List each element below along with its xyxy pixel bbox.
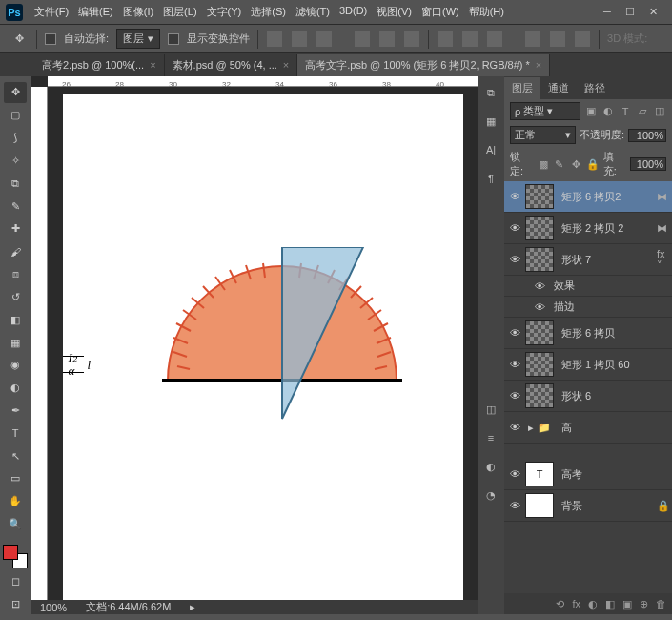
menu-file[interactable]: 文件(F) [31,3,72,21]
distribute-icon[interactable] [462,31,478,47]
minimize-button[interactable]: ─ [601,6,613,18]
layer-name[interactable]: 矩形 6 拷贝2 [558,190,653,204]
auto-select-target[interactable]: 图层▾ [116,29,160,49]
move-tool-icon[interactable]: ✥ [10,30,29,49]
align-icon[interactable] [355,31,370,47]
visibility-icon[interactable]: 👁 [508,254,521,265]
heal-tool[interactable]: ✚ [4,218,27,239]
marquee-tool[interactable]: ▢ [4,105,27,126]
history-panel-icon[interactable]: ⧉ [482,84,499,101]
visibility-icon[interactable]: 👁 [508,390,521,402]
lock-paint-icon[interactable]: ✎ [553,157,565,171]
shape-tool[interactable]: ▭ [4,468,27,489]
zoom-tool[interactable]: 🔍 [4,514,27,535]
visibility-icon[interactable]: 👁 [533,280,546,292]
distribute-icon[interactable] [525,31,540,47]
color-swatch[interactable] [3,545,28,569]
visibility-icon[interactable]: 👁 [508,327,521,339]
wand-tool[interactable]: ✧ [4,150,27,171]
distribute-icon[interactable] [550,31,565,47]
panel-icon[interactable]: ≡ [482,429,499,446]
menu-view[interactable]: 视图(V) [373,3,416,21]
layer-mask-icon[interactable]: ◐ [588,598,598,610]
visibility-icon[interactable]: 👁 [508,422,521,433]
path-tool[interactable]: ↖ [4,445,27,466]
doc-tab-0[interactable]: 高考2.psb @ 100%(...× [34,54,165,76]
distribute-icon[interactable] [487,31,502,47]
crop-tool[interactable]: ⧉ [4,173,27,194]
align-icon[interactable] [292,31,307,47]
quickmask-toggle[interactable]: ◻ [4,570,27,591]
stamp-tool[interactable]: ⧈ [4,264,27,285]
delete-layer-icon[interactable]: 🗑 [656,598,666,610]
layer-name[interactable]: 背景 [558,499,653,513]
hand-tool[interactable]: ✋ [4,491,27,512]
gradient-tool[interactable]: ▦ [4,332,27,353]
close-tab-icon[interactable]: × [283,59,289,71]
lasso-tool[interactable]: ⟆ [4,128,27,149]
layer-name[interactable]: 高考 [558,467,668,482]
close-tab-icon[interactable]: × [536,59,541,71]
align-icon[interactable] [316,31,332,47]
visibility-icon[interactable]: 👁 [533,301,546,313]
lock-move-icon[interactable]: ✥ [569,157,581,171]
brush-tool[interactable]: 🖌 [4,241,27,262]
tab-layers[interactable]: 图层 [504,77,540,99]
align-icon[interactable] [404,31,419,47]
pen-tool[interactable]: ✒ [4,401,27,422]
visibility-icon[interactable]: 👁 [508,359,521,370]
eyedropper-tool[interactable]: ✎ [4,196,27,217]
menu-filter[interactable]: 滤镜(T) [292,3,334,21]
distribute-icon[interactable] [438,31,453,47]
panel-icon[interactable]: ◔ [482,486,499,504]
layer-name[interactable]: 形状 7 [558,253,653,267]
visibility-icon[interactable]: 👁 [508,191,521,202]
visibility-icon[interactable]: 👁 [508,468,521,480]
filter-pixel-icon[interactable]: ▣ [584,105,598,118]
layer-name[interactable]: 矩形 1 拷贝 60 [558,358,668,372]
filter-shape-icon[interactable]: ▱ [636,105,649,118]
filter-type[interactable]: ρ类型▾ [510,102,580,120]
swatches-panel-icon[interactable]: ▦ [482,113,499,130]
tab-paths[interactable]: 路径 [577,77,613,99]
link-layers-icon[interactable]: ⟲ [556,598,564,610]
filter-smart-icon[interactable]: ◫ [653,105,666,118]
layer-row[interactable]: 👁矩形 6 拷贝 [504,318,672,349]
layer-row[interactable]: 👁背景🔒 [504,490,672,522]
dodge-tool[interactable]: ◐ [4,378,27,399]
fx-label[interactable]: fx ˅ [657,248,668,272]
canvas[interactable]: I₂ α l [63,94,463,600]
layer-row[interactable]: 👁T高考 [504,459,672,490]
tab-channels[interactable]: 通道 [540,77,577,99]
panel-icon[interactable]: ◐ [482,458,499,475]
lock-transparent-icon[interactable]: ▩ [537,157,549,171]
filter-adjust-icon[interactable]: ◐ [601,105,615,118]
layer-row[interactable]: 👁▸ 📁高 [504,412,672,444]
close-tab-icon[interactable]: × [150,59,155,71]
layer-row[interactable]: 👁矩形 1 拷贝 60 [504,349,672,381]
lock-all-icon[interactable]: 🔒 [586,157,600,171]
menu-edit[interactable]: 编辑(E) [74,3,117,21]
visibility-icon[interactable]: 👁 [508,500,521,511]
menu-image[interactable]: 图像(I) [119,3,157,21]
opacity-value[interactable]: 100% [628,129,666,142]
panel-icon[interactable]: ◫ [482,401,499,418]
fill-value[interactable]: 100% [630,157,666,171]
filter-type-icon[interactable]: T [619,105,632,118]
doc-tab-2[interactable]: 高考文字.psb @ 100% (矩形 6 拷贝2, RGB/8#) *× [297,54,550,76]
close-button[interactable]: ✕ [647,6,659,18]
layer-name[interactable]: 矩形 2 拷贝 2 [558,221,653,236]
adjustment-icon[interactable]: ◧ [605,598,615,610]
layer-row[interactable]: 👁效果 [504,276,672,297]
layer-name[interactable]: 形状 6 [558,389,668,403]
blend-mode[interactable]: 正常▾ [510,126,576,144]
maximize-button[interactable]: ☐ [624,6,636,18]
document-viewport[interactable]: I₂ α l [48,87,478,600]
new-layer-icon[interactable]: ⊕ [640,598,648,610]
paragraph-panel-icon[interactable]: ¶ [482,170,499,187]
layer-row[interactable]: 👁形状 7fx ˅ [504,244,672,276]
move-tool[interactable]: ✥ [4,82,27,103]
layer-fx-icon[interactable]: fx [572,598,580,610]
eraser-tool[interactable]: ◧ [4,309,27,330]
layer-name[interactable]: 高 [558,421,668,435]
